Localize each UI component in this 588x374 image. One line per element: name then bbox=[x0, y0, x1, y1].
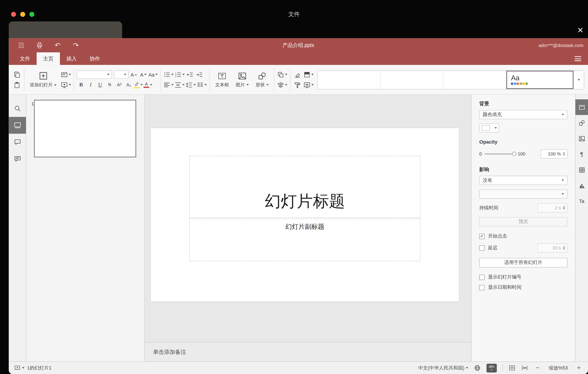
background-color-picker[interactable] bbox=[479, 123, 499, 133]
save-button[interactable] bbox=[16, 41, 25, 50]
comments-panel-button[interactable] bbox=[9, 134, 26, 151]
highlight-color-button[interactable] bbox=[134, 80, 143, 89]
subtitle-placeholder[interactable]: 幻灯片副标题 bbox=[189, 219, 420, 261]
delay-checkbox-row[interactable]: 延迟 10 s bbox=[479, 243, 567, 253]
search-panel-button[interactable] bbox=[9, 100, 26, 117]
title-placeholder[interactable]: 幻灯片标题 bbox=[189, 156, 420, 218]
notes-input[interactable]: 单击添加备注 bbox=[145, 342, 471, 362]
start-on-click-checkbox-row[interactable]: ✓ 开始点击 bbox=[479, 233, 567, 240]
theme-tile-2[interactable] bbox=[381, 70, 443, 89]
slides-panel-button[interactable] bbox=[9, 117, 26, 134]
print-button[interactable] bbox=[35, 41, 44, 50]
stepper-arrows-icon[interactable] bbox=[563, 152, 565, 156]
spell-check-button[interactable]: abc ✓ bbox=[487, 363, 497, 372]
font-color-button[interactable]: A bbox=[143, 80, 152, 89]
delay-checkbox[interactable] bbox=[479, 245, 484, 251]
fit-to-width-button[interactable] bbox=[521, 364, 528, 371]
paste-button[interactable] bbox=[12, 80, 21, 89]
zoom-in-button[interactable]: + bbox=[575, 364, 583, 371]
copy-style-button[interactable] bbox=[293, 80, 302, 89]
insert-image-button[interactable]: 图片 bbox=[233, 71, 251, 88]
caret-down-icon bbox=[246, 84, 249, 86]
numbering-button[interactable]: 123 bbox=[174, 70, 185, 79]
subscript-button[interactable]: A₂ bbox=[125, 80, 133, 89]
strikeout-button[interactable]: S bbox=[105, 80, 114, 89]
increase-font-button[interactable]: A bbox=[129, 70, 138, 79]
fit-to-slide-button[interactable] bbox=[509, 364, 516, 371]
underline-button[interactable]: U bbox=[96, 80, 105, 89]
increase-indent-button[interactable] bbox=[195, 70, 204, 79]
table-settings-tab[interactable] bbox=[576, 162, 588, 178]
superscript-button[interactable]: A² bbox=[115, 80, 124, 89]
feedback-panel-button[interactable] bbox=[9, 151, 26, 167]
apply-to-all-slides-button[interactable]: 适用于所有幻灯片 bbox=[479, 258, 567, 267]
effect-variant-select[interactable] bbox=[479, 189, 567, 199]
line-spacing-button[interactable] bbox=[185, 80, 196, 89]
decrease-font-button[interactable]: A bbox=[139, 70, 148, 79]
insert-shape-button[interactable]: 形状 bbox=[253, 71, 271, 88]
font-size-combo[interactable] bbox=[114, 70, 129, 79]
opacity-slider[interactable] bbox=[484, 154, 515, 154]
textart-settings-tab[interactable]: Ta bbox=[576, 193, 588, 209]
shape-settings-tab[interactable] bbox=[576, 115, 588, 131]
caret-down-icon bbox=[204, 84, 207, 86]
effect-select[interactable]: 没有 bbox=[479, 176, 567, 185]
undo-icon: ↶ bbox=[55, 41, 61, 50]
bullets-button[interactable] bbox=[163, 70, 174, 79]
start-slideshow-button[interactable] bbox=[61, 80, 71, 89]
decrease-indent-button[interactable] bbox=[185, 70, 194, 79]
show-slide-number-checkbox[interactable] bbox=[479, 275, 484, 280]
columns-button[interactable] bbox=[196, 80, 207, 89]
modal-close-button[interactable]: ✕ bbox=[575, 24, 586, 36]
start-on-click-checkbox[interactable]: ✓ bbox=[479, 233, 484, 239]
copy-button[interactable] bbox=[12, 70, 21, 79]
chart-settings-tab[interactable] bbox=[576, 178, 588, 193]
tab-home[interactable]: 主页 bbox=[37, 52, 60, 65]
background-fill-select[interactable]: 颜色填充 bbox=[479, 110, 567, 119]
theme-tile-3[interactable] bbox=[443, 70, 506, 89]
duration-input[interactable]: 2 s bbox=[538, 203, 567, 212]
start-slideshow-status-button[interactable] bbox=[14, 365, 24, 371]
show-date-time-checkbox[interactable] bbox=[479, 285, 484, 290]
theme-gallery-expand-button[interactable] bbox=[574, 70, 584, 89]
language-selector[interactable]: 中文(中华人民共和国) bbox=[418, 365, 468, 371]
insert-textbox-button[interactable]: 文本框 bbox=[212, 71, 231, 88]
slide-canvas[interactable]: 幻灯片标题 幻灯片副标题 bbox=[151, 128, 459, 301]
italic-button[interactable]: I bbox=[86, 80, 95, 89]
align-shape-button[interactable] bbox=[277, 80, 287, 89]
slide-thumbnail[interactable] bbox=[34, 100, 136, 157]
arrange-shape-button[interactable] bbox=[277, 70, 287, 79]
theme-tile-1[interactable] bbox=[318, 70, 381, 89]
slide-layout-button[interactable] bbox=[61, 70, 71, 79]
show-date-time-row[interactable]: 显示日期和时间 bbox=[479, 284, 567, 291]
menu-button[interactable] bbox=[572, 54, 584, 64]
window-title: 文件 bbox=[0, 11, 588, 18]
tab-collaboration[interactable]: 协作 bbox=[83, 52, 106, 65]
bold-button[interactable]: B bbox=[77, 80, 85, 89]
slide-size-button[interactable] bbox=[303, 80, 314, 89]
show-slide-number-row[interactable]: 显示幻灯片编号 bbox=[479, 274, 567, 281]
document-language-button[interactable] bbox=[474, 364, 481, 371]
tab-file[interactable]: 文件 bbox=[13, 52, 37, 65]
clear-style-button[interactable] bbox=[293, 70, 302, 79]
tab-insert[interactable]: 插入 bbox=[60, 52, 83, 65]
opacity-input[interactable]: 100 % bbox=[541, 149, 567, 159]
vertical-align-button[interactable] bbox=[174, 80, 185, 89]
slide-settings-tab[interactable] bbox=[576, 99, 588, 115]
theme-tile-selected[interactable]: Aa bbox=[506, 70, 574, 89]
opacity-slider-thumb[interactable] bbox=[512, 152, 516, 156]
change-case-button[interactable]: Aa bbox=[148, 70, 158, 79]
preview-button[interactable]: 预览 bbox=[479, 217, 567, 227]
delay-input[interactable]: 10 s bbox=[538, 243, 567, 253]
image-settings-tab[interactable] bbox=[576, 131, 588, 146]
color-scheme-button[interactable] bbox=[303, 70, 314, 79]
zoom-out-button[interactable]: − bbox=[534, 364, 541, 371]
add-slide-button[interactable]: 添加幻灯片 bbox=[27, 71, 59, 88]
undo-button[interactable]: ↶ bbox=[53, 41, 62, 50]
horizontal-align-button[interactable] bbox=[163, 80, 174, 89]
stepper-arrows-icon[interactable] bbox=[563, 246, 565, 250]
redo-button[interactable]: ↷ bbox=[71, 41, 80, 50]
font-name-combo[interactable] bbox=[77, 70, 112, 79]
stepper-arrows-icon[interactable] bbox=[563, 206, 565, 210]
paragraph-settings-tab[interactable]: ¶ bbox=[576, 146, 588, 162]
